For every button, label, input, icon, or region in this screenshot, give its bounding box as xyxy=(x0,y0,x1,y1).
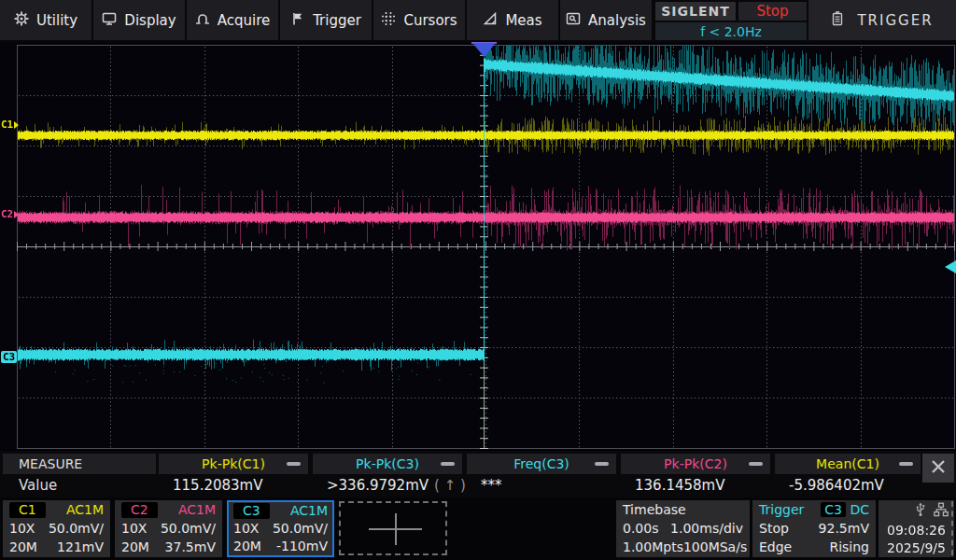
trigger-level-marker[interactable] xyxy=(945,260,956,273)
siglent-logo: SIGLENT xyxy=(655,2,736,21)
channel1-offset-marker[interactable]: C1 xyxy=(1,119,19,131)
channel1-coupling: AC1M xyxy=(66,501,104,519)
top-menu-bar: Utility Display Acquire Trigger Cursors … xyxy=(0,0,956,42)
clock-date: 2025/9/5 xyxy=(882,540,950,555)
overrange-flag: ( ↑ ) xyxy=(434,477,466,494)
measure-item-pkpk-c3[interactable]: Pk-Pk(C3) xyxy=(313,454,462,474)
empty-channel-slot[interactable] xyxy=(339,501,447,555)
minus-icon[interactable] xyxy=(899,462,913,466)
trigger-title: Trigger xyxy=(759,501,804,519)
menu-utility-label: Utility xyxy=(36,12,77,29)
measure-item-freq-c3[interactable]: Freq(C3) xyxy=(467,454,616,474)
clock-time: 09:08:26 xyxy=(882,523,950,538)
trigger-frequency: f < 2.0Hz xyxy=(655,22,807,40)
minus-icon[interactable] xyxy=(749,462,763,466)
menu-meas-label: Meas xyxy=(505,12,541,29)
channel1-badge: C1 xyxy=(9,502,46,518)
channel3-offset: -110mV xyxy=(276,538,328,555)
menu-acquire[interactable]: Acquire xyxy=(187,0,278,40)
display-icon xyxy=(102,11,117,30)
minus-icon[interactable] xyxy=(441,462,455,466)
trigger-level: 92.5mV xyxy=(819,520,869,538)
chevron-right-icon xyxy=(14,211,19,218)
menu-cursors-label: Cursors xyxy=(403,12,457,29)
trigger-menu-icon xyxy=(831,11,844,30)
channel1-vdiv: 50.0mV/ xyxy=(49,520,104,538)
chevron-right-icon xyxy=(18,354,22,361)
measure-value-pkpk-c1: 115.2083mV xyxy=(173,475,262,496)
menu-meas[interactable]: Meas xyxy=(467,0,558,40)
menu-utility[interactable]: Utility xyxy=(0,0,91,40)
waveform-canvas xyxy=(0,42,956,450)
menu-display-label: Display xyxy=(124,12,176,29)
timebase-box[interactable]: Timebase 0.00s1.00ms/div 1.00Mpts100MSa/… xyxy=(616,500,750,557)
measure-value-freq-c3: *** xyxy=(481,475,502,496)
menu-analysis[interactable]: Analysis xyxy=(560,0,652,40)
analysis-icon xyxy=(566,11,581,30)
minus-icon[interactable] xyxy=(595,462,609,466)
channel2-bandwidth: 20M xyxy=(121,539,149,556)
minus-icon[interactable] xyxy=(287,462,301,466)
channel3-bandwidth: 20M xyxy=(233,538,261,555)
bottom-bar: C1AC1M 10X50.0mV/ 20M121mV C2AC1M 10X50.… xyxy=(0,497,956,560)
channel3-coupling: AC1M xyxy=(290,502,328,520)
trigger-source: C3 xyxy=(821,502,846,517)
channel2-vdiv: 50.0mV/ xyxy=(161,520,216,538)
channel1-box[interactable]: C1AC1M 10X50.0mV/ 20M121mV xyxy=(3,500,110,557)
acquire-icon xyxy=(195,11,210,30)
trigger-type: Edge xyxy=(759,539,792,556)
menu-cursors[interactable]: Cursors xyxy=(373,0,465,40)
channel3-badge: C3 xyxy=(233,503,270,519)
crosshair-icon xyxy=(395,513,397,545)
usb-icon xyxy=(914,502,927,520)
meas-icon xyxy=(483,11,498,30)
status-block: SIGLENT Stop f < 2.0Hz xyxy=(655,0,807,40)
channel1-probe: 10X xyxy=(9,520,35,538)
measure-value-row-label: Value xyxy=(3,475,156,496)
cursors-icon xyxy=(381,11,396,30)
waveform-display[interactable]: C1 C2 C3 xyxy=(0,42,956,450)
timebase-delay: 0.00s xyxy=(623,520,658,538)
channel2-box[interactable]: C2AC1M 10X50.0mV/ 20M37.5mV xyxy=(115,500,222,557)
panel-edge-divider xyxy=(951,501,956,555)
channel2-offset-marker[interactable]: C2 xyxy=(1,208,19,220)
lan-icon xyxy=(934,502,949,520)
channel2-offset: 37.5mV xyxy=(165,539,216,556)
menu-acquire-label: Acquire xyxy=(218,12,271,29)
menu-trigger-label: Trigger xyxy=(313,12,361,29)
channel3-offset-marker[interactable]: C3 xyxy=(1,351,22,363)
channel1-offset: 121mV xyxy=(57,539,104,556)
measure-value-mean-c1: -5.986402mV xyxy=(789,475,884,496)
channel2-badge: C2 xyxy=(121,502,158,518)
menu-display[interactable]: Display xyxy=(93,0,185,40)
close-icon xyxy=(930,458,947,479)
trigger-box[interactable]: TriggerC3 DC Stop92.5mV EdgeRising xyxy=(752,500,876,557)
measure-item-pkpk-c2[interactable]: Pk-Pk(C2) xyxy=(621,454,770,474)
clock-box: 09:08:26 2025/9/5 xyxy=(879,500,954,557)
channel3-box[interactable]: C3AC1M 10X50.0mV/ 20M-110mV xyxy=(227,500,334,557)
gear-icon xyxy=(14,11,29,30)
channel1-bandwidth: 20M xyxy=(9,539,37,556)
measure-value-pkpk-c2: 136.1458mV xyxy=(635,475,724,496)
measure-item-pkpk-c1[interactable]: Pk-Pk(C1) xyxy=(159,454,308,474)
trigger-slope: Rising xyxy=(829,539,869,556)
timebase-scale: 1.00ms/div xyxy=(670,520,743,538)
acquisition-status[interactable]: Stop xyxy=(738,2,807,21)
trigger-status: Stop xyxy=(759,520,789,538)
channel2-probe: 10X xyxy=(121,520,147,538)
measure-item-mean-c1[interactable]: Mean(C1) xyxy=(775,454,921,474)
close-measure-button[interactable] xyxy=(922,454,954,483)
timebase-memory: 1.00Mpts xyxy=(623,539,683,556)
measure-value-pkpk-c3: >336.9792mV( ↑ ) xyxy=(327,475,466,496)
measure-bar: MEASURE Value Pk-Pk(C1) Pk-Pk(C3) Freq(C… xyxy=(0,451,956,497)
channel2-coupling: AC1M xyxy=(178,501,216,519)
trigger-menu-button[interactable]: TRIGGER xyxy=(808,0,956,40)
channel3-vdiv: 50.0mV/ xyxy=(273,520,328,538)
channel3-probe: 10X xyxy=(233,520,259,538)
measure-title: MEASURE xyxy=(3,454,156,474)
flag-icon xyxy=(290,11,305,30)
menu-trigger[interactable]: Trigger xyxy=(280,0,372,40)
trigger-menu-label: TRIGGER xyxy=(857,12,933,29)
timebase-title: Timebase xyxy=(623,501,686,519)
chevron-right-icon xyxy=(14,121,19,129)
